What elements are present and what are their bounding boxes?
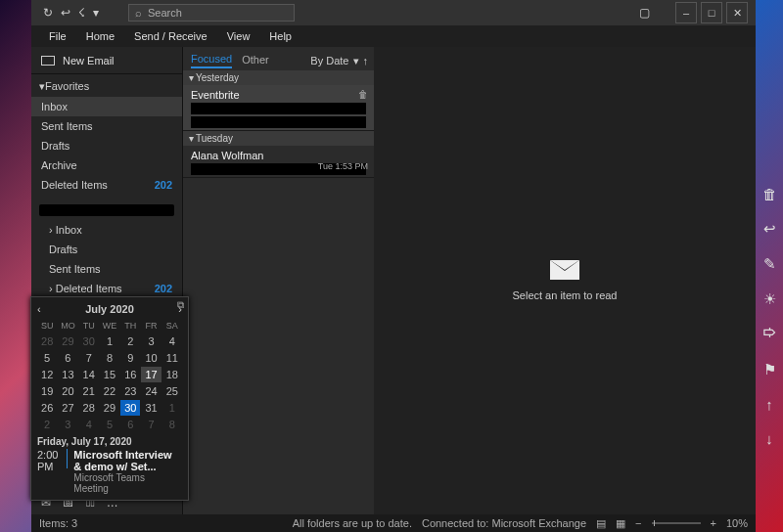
ribbon-toggle-icon[interactable]: ▢ xyxy=(639,6,650,20)
cal-day[interactable]: 2 xyxy=(37,417,57,432)
cal-day[interactable]: 1 xyxy=(162,400,182,416)
cal-day[interactable]: 30 xyxy=(79,333,99,349)
search-icon: ⌕ xyxy=(135,7,142,19)
search-input[interactable]: ⌕ Search xyxy=(128,4,295,22)
cal-day[interactable]: 3 xyxy=(58,417,77,432)
cal-day[interactable]: 29 xyxy=(58,333,77,349)
search-placeholder: Search xyxy=(148,7,182,19)
close-button[interactable]: ✕ xyxy=(726,2,748,23)
zoom-out-button[interactable]: − xyxy=(635,517,641,529)
folder-drafts[interactable]: Drafts xyxy=(31,136,182,155)
cal-day[interactable]: 8 xyxy=(100,350,119,366)
cal-day[interactable]: 5 xyxy=(37,350,57,366)
view-normal-icon[interactable]: ▤ xyxy=(596,517,606,530)
cal-day[interactable]: 16 xyxy=(120,367,140,382)
group-tuesday[interactable]: Tuesday xyxy=(183,131,374,146)
rail-new-icon[interactable]: ✎ xyxy=(763,255,776,273)
menu-file[interactable]: File xyxy=(39,25,76,47)
message-from: Alana Wolfman xyxy=(191,150,366,161)
cal-day[interactable]: 12 xyxy=(37,367,57,382)
account-drafts[interactable]: Drafts xyxy=(31,240,182,259)
calendar-event[interactable]: 2:00 PM Microsoft Interview & demo w/ Se… xyxy=(37,449,182,494)
favorites-header[interactable]: Favorites xyxy=(31,74,182,97)
cal-day[interactable]: 1 xyxy=(100,333,119,349)
cal-day[interactable]: 22 xyxy=(100,383,119,399)
rail-move-icon[interactable] xyxy=(762,326,777,343)
sync-icon[interactable]: ↻ xyxy=(43,6,53,20)
folder-sent[interactable]: Sent Items xyxy=(31,116,182,136)
cal-day[interactable]: 31 xyxy=(141,400,161,416)
cal-day[interactable]: 24 xyxy=(141,383,161,399)
cal-day[interactable]: 15 xyxy=(100,367,119,382)
new-email-button[interactable]: New Email xyxy=(31,47,182,74)
cal-day[interactable]: 17 xyxy=(141,367,161,382)
cal-day[interactable]: 2 xyxy=(120,333,140,349)
cal-day[interactable]: 11 xyxy=(162,350,182,366)
menu-help[interactable]: Help xyxy=(259,25,301,47)
cal-day[interactable]: 25 xyxy=(162,383,182,399)
status-item-count: Items: 3 xyxy=(39,517,77,529)
rail-flag-icon[interactable]: ⚑ xyxy=(763,361,776,378)
account-inbox[interactable]: › Inbox xyxy=(31,220,182,240)
group-yesterday[interactable]: Yesterday xyxy=(183,70,374,85)
folder-deleted[interactable]: Deleted Items202 xyxy=(31,175,182,195)
cal-day[interactable]: 28 xyxy=(37,333,57,349)
rail-undo-icon[interactable]: ↩ xyxy=(763,220,776,238)
cal-day[interactable]: 26 xyxy=(37,400,57,416)
sort-button[interactable]: By Date ▾ ↑ xyxy=(310,55,368,67)
cal-day[interactable]: 21 xyxy=(79,383,99,399)
minimize-button[interactable]: – xyxy=(675,2,697,23)
envelope-icon xyxy=(41,56,55,66)
folder-inbox[interactable]: Inbox xyxy=(31,97,182,116)
cal-day[interactable]: 18 xyxy=(162,367,182,382)
cal-day[interactable]: 4 xyxy=(162,333,182,349)
cal-day[interactable]: 4 xyxy=(79,417,99,432)
cal-day[interactable]: 5 xyxy=(100,417,119,432)
cal-day[interactable]: 6 xyxy=(120,417,140,432)
dropdown-icon[interactable]: ▾ xyxy=(93,6,99,20)
undo-icon[interactable]: ↩ xyxy=(61,6,70,20)
cal-day[interactable]: 9 xyxy=(120,350,140,366)
cal-prev-button[interactable]: ‹ xyxy=(37,303,41,315)
cal-day[interactable]: 13 xyxy=(58,367,77,382)
rail-delete-icon[interactable]: 🗑︎ xyxy=(762,186,777,202)
cal-day[interactable]: 28 xyxy=(79,400,99,416)
view-reading-icon[interactable]: ▦ xyxy=(616,517,625,530)
maximize-button[interactable]: □ xyxy=(701,2,722,23)
sort-ascending-icon[interactable]: ↑ xyxy=(363,55,369,66)
undock-icon[interactable]: ⧉ xyxy=(177,299,184,311)
folder-archive[interactable]: Archive xyxy=(31,155,182,175)
cal-day[interactable]: 29 xyxy=(100,400,119,416)
delete-icon[interactable]: 🗑︎ xyxy=(358,89,368,100)
new-email-label: New Email xyxy=(63,55,115,66)
cal-day[interactable]: 8 xyxy=(162,417,182,432)
cal-day[interactable]: 19 xyxy=(37,383,57,399)
zoom-in-button[interactable]: + xyxy=(711,517,716,529)
cal-day[interactable]: 23 xyxy=(120,383,140,399)
menu-send-receive[interactable]: Send / Receive xyxy=(124,25,217,47)
account-name-redacted[interactable] xyxy=(39,204,174,216)
message-item[interactable]: Eventbrite 🗑︎ xyxy=(183,85,374,131)
menu-view[interactable]: View xyxy=(217,25,260,47)
cal-day[interactable]: 7 xyxy=(141,417,161,432)
account-sent[interactable]: Sent Items xyxy=(31,259,182,279)
cal-day[interactable]: 6 xyxy=(58,350,77,366)
tab-other[interactable]: Other xyxy=(242,54,269,67)
tab-focused[interactable]: Focused xyxy=(191,53,232,68)
rail-brightness-icon[interactable]: ☀ xyxy=(763,290,776,308)
cal-day[interactable]: 14 xyxy=(79,367,99,382)
cal-day[interactable]: 27 xyxy=(58,400,77,416)
cal-day[interactable]: 7 xyxy=(79,350,99,366)
cal-dow: TH xyxy=(120,319,140,332)
message-item[interactable]: Alana Wolfman Tue 1:53 PM xyxy=(183,146,374,178)
cal-day[interactable]: 20 xyxy=(58,383,77,399)
zoom-slider[interactable] xyxy=(652,522,701,524)
rail-up-icon[interactable]: ↑ xyxy=(765,396,773,413)
mic-icon[interactable]: ☇ xyxy=(78,6,85,20)
cal-day[interactable]: 3 xyxy=(141,333,161,349)
cal-day[interactable]: 10 xyxy=(141,350,161,366)
cal-day[interactable]: 30 xyxy=(120,400,140,416)
menu-home[interactable]: Home xyxy=(76,25,124,47)
rail-down-icon[interactable]: ↓ xyxy=(765,430,773,447)
account-deleted[interactable]: › Deleted Items202 xyxy=(31,279,182,298)
